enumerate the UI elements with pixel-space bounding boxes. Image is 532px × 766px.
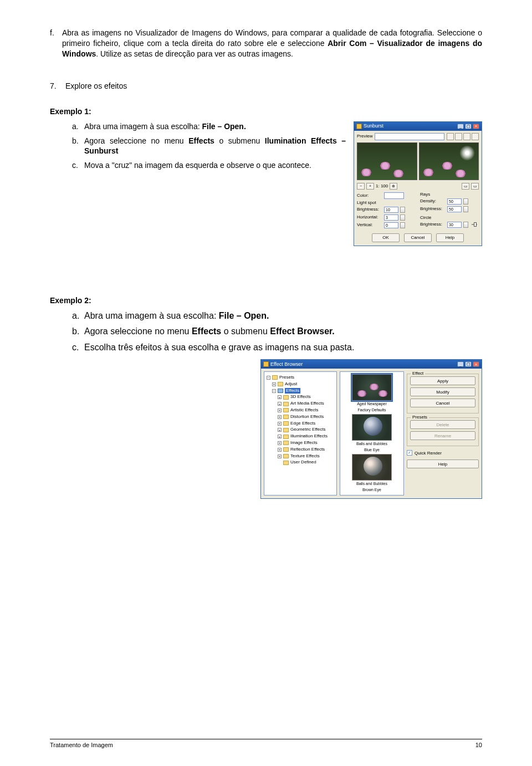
spinner-icon[interactable] [463,206,468,212]
ex2-a-bold: File – Open. [219,311,269,320]
trash-icon[interactable] [455,133,462,140]
tree-art[interactable]: Art Media Effects [290,401,324,407]
cancel-button[interactable]: Cancel [404,233,432,242]
minimize-icon[interactable]: _ [457,124,464,129]
expand-icon[interactable]: + [278,441,282,445]
tree-presets[interactable]: Presets [279,375,294,381]
random-icon[interactable] [472,133,479,140]
expand-icon[interactable]: + [278,448,282,452]
eb-cancel-button[interactable]: Cancel [410,399,475,407]
tree-effects[interactable]: Effects [285,388,300,394]
spinner-icon[interactable] [463,198,468,205]
circle-brightness-label: Brightness: [420,222,446,227]
toggle-b-icon[interactable]: ▭ [471,183,479,190]
folder-icon [283,454,289,458]
minimize-icon[interactable]: _ [457,361,464,367]
spinner-icon[interactable] [463,222,468,228]
delete-button[interactable]: Delete [410,420,475,429]
rays-brightness-input[interactable]: 50 [447,206,462,212]
ex2-c-marker: c. [50,342,84,354]
spinner-icon[interactable] [400,215,405,221]
ex2-c: c. Escolha três efeitos à sua escolha e … [50,342,482,354]
ls-horizontal-input[interactable]: 3 [384,215,398,221]
expand-icon[interactable]: + [278,395,282,399]
ex1-a: a. Abra uma imagem à sua escolha: File –… [50,121,346,131]
folder-open-icon [278,389,283,393]
eb-help-button[interactable]: Help [407,459,479,468]
close-icon[interactable]: × [473,361,479,367]
folder-icon [283,408,289,412]
section-7-num: 7. [50,81,65,90]
tree-3d[interactable]: 3D Effects [290,394,311,400]
tree-texture[interactable]: Texture Effects [290,453,320,459]
expand-icon[interactable]: + [278,402,282,406]
ex1-b-pre: Agora seleccione no menu [84,136,188,145]
sunburst-titlebar[interactable]: Sunburst _ ▢ × [354,122,482,131]
nav-icon[interactable]: ⊕ [390,183,397,190]
apply-button[interactable]: Apply [410,376,475,385]
tree-illumination[interactable]: Illumination Effects [290,433,328,440]
spinner-icon[interactable] [400,207,405,213]
ex1-a-bold: File – Open. [202,122,245,131]
disk-icon[interactable] [447,133,454,140]
exemplo1-row: a. Abra uma imagem à sua escolha: File –… [50,121,482,246]
collapse-icon[interactable]: − [267,376,270,380]
ex2-c-text: Escolha três efeitos à sua escolha e gra… [84,342,482,354]
modify-button[interactable]: Modify [410,387,475,396]
maximize-icon[interactable]: ▢ [465,361,472,367]
rays-density-input[interactable]: 50 [447,198,462,205]
section-7: 7. Explore os efeitos [50,81,482,90]
ok-button[interactable]: OK [372,233,400,242]
expand-icon[interactable]: + [278,435,282,438]
eb-tree[interactable]: −Presets +Adjust −Effects +3D Effects +A… [264,371,337,496]
reset-icon[interactable] [463,133,470,140]
quick-render-check[interactable]: ✓Quick Render [407,450,479,456]
thumb-balls-brown[interactable] [352,454,392,481]
tree-geometric[interactable]: Geometric Effects [290,427,325,433]
spinner-icon[interactable] [400,222,405,228]
rename-button[interactable]: Rename [410,431,475,440]
thumb-aged-newspaper[interactable] [352,374,392,401]
ex2-b-b1: Effects [192,326,221,336]
folder-icon [283,441,289,445]
ex1-c-marker: c. [50,160,84,170]
zoom-in-icon[interactable]: + [366,183,374,190]
eb-title-text: Effect Browser [270,361,303,367]
footer-page-number: 10 [475,742,482,748]
ex2-b-text: Agora seleccione no menu Effects o subme… [84,326,482,338]
circle-brightness-input[interactable]: 30 [447,222,462,228]
ls-brightness-input[interactable]: 10 [384,207,398,213]
tree-edge[interactable]: Edge Effects [290,421,315,427]
toggle-a-icon[interactable]: ▭ [462,183,469,190]
tree-distortion[interactable]: Distortion Effects [290,414,324,420]
expand-icon[interactable]: + [278,422,282,426]
tree-artistic[interactable]: Artistic Effects [290,407,319,413]
tree-userdefined[interactable]: User Defined [290,459,316,466]
zoom-out-icon[interactable]: − [357,183,365,190]
quick-render-label: Quick Render [415,451,442,456]
eb-titlebar[interactable]: Effect Browser _ ▢ × [261,360,482,369]
expand-icon[interactable]: + [272,382,276,386]
close-icon[interactable]: × [473,124,479,129]
expand-icon[interactable]: + [278,408,282,412]
thumb2-cap2: Blue Eye [364,448,380,452]
expand-icon[interactable]: + [278,415,282,419]
preview-select[interactable] [375,133,444,140]
ls-vertical-input[interactable]: 0 [384,222,398,228]
folder-icon [283,428,289,432]
tree-image[interactable]: Image Effects [290,440,318,446]
maximize-icon[interactable]: ▢ [465,124,472,129]
rays-density-label: Density: [420,199,446,203]
collapse-icon[interactable]: − [272,389,276,393]
help-button[interactable]: Help [436,233,464,242]
circle-brightness-slider[interactable] [472,224,477,225]
expand-icon[interactable]: + [278,428,282,432]
eb-thumbs: Aged Newspaper Factory Defaults Balls an… [340,371,404,496]
tree-reflection[interactable]: Reflection Effects [290,447,325,453]
tree-adjust[interactable]: Adjust [285,381,297,387]
color-swatch[interactable] [384,192,404,199]
thumb-balls-blue[interactable] [352,414,392,441]
preview-before[interactable] [357,142,417,180]
expand-icon[interactable]: + [278,455,282,458]
checkbox-icon[interactable]: ✓ [407,450,412,456]
